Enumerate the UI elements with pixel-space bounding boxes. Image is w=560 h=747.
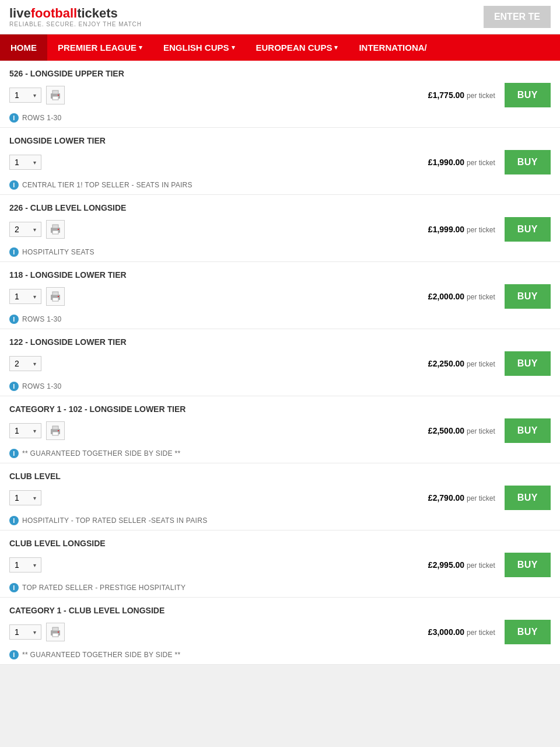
listings-container: 526 - LONGSIDE UPPER TIER 1 ▾ £1,775 xyxy=(0,61,560,665)
quantity-select[interactable]: 1 ▾ xyxy=(9,624,41,640)
ticket-left: 1 ▾ xyxy=(9,623,65,641)
ticket-left: 1 ▾ xyxy=(9,86,65,104)
buy-button[interactable]: BUY xyxy=(505,486,551,510)
price: £1,775.00 per ticket xyxy=(428,90,495,100)
buy-button[interactable]: BUY xyxy=(505,150,551,174)
ticket-row: 1 ▾ £1,990.00 per ticket BUY xyxy=(9,150,551,174)
ticket-row: 2 ▾ £1,999.00 per ticket BUY xyxy=(9,217,551,242)
main-nav: HOME PREMIER LEAGUE ▾ ENGLISH CUPS ▾ EUR… xyxy=(0,34,560,61)
info-row: i Hospitality - Top Rated Seller -Seats … xyxy=(9,514,551,526)
chevron-down-icon: ▾ xyxy=(232,44,235,51)
logo: livefootballtickets RELIABLE. SECURE. EN… xyxy=(9,6,142,27)
nav-english-cups[interactable]: ENGLISH CUPS ▾ xyxy=(153,34,246,61)
logo-tickets: tickets xyxy=(77,6,118,20)
ticket-group-8: CLUB LEVEL LONGSIDE 1 ▾ £2,995.00 per ti… xyxy=(0,530,560,598)
section-title: CATEGORY 1 - CLUB LEVEL LONGSIDE xyxy=(9,606,551,615)
svg-rect-14 xyxy=(52,432,58,435)
svg-rect-18 xyxy=(52,633,58,637)
price: £1,999.00 per ticket xyxy=(428,225,495,234)
ticket-right: £2,790.00 per ticket BUY xyxy=(428,486,551,510)
per-ticket-label: per ticket xyxy=(467,360,495,368)
chevron-down-icon: ▾ xyxy=(33,629,36,636)
qty-value: 1 xyxy=(15,426,19,435)
per-ticket-label: per ticket xyxy=(467,92,495,100)
print-icon[interactable] xyxy=(46,220,65,239)
ticket-group-1: 526 - LONGSIDE UPPER TIER 1 ▾ £1,775 xyxy=(0,61,560,128)
quantity-select[interactable]: 1 ▾ xyxy=(9,155,41,170)
info-row: i ROWS 1-30 xyxy=(9,312,551,325)
info-text: ROWS 1-30 xyxy=(22,315,61,323)
nav-home[interactable]: HOME xyxy=(0,34,47,61)
print-icon[interactable] xyxy=(46,287,65,306)
ticket-left: 1 ▾ xyxy=(9,421,65,440)
chevron-down-icon: ▾ xyxy=(33,562,36,568)
section-title: 226 - CLUB LEVEL LONGSIDE xyxy=(9,203,551,212)
svg-point-3 xyxy=(58,95,59,96)
enter-button[interactable]: ENTER TE xyxy=(484,6,551,28)
print-icon[interactable] xyxy=(46,421,65,440)
ticket-row: 1 ▾ £3,000.00 per ticket BUY xyxy=(9,620,551,644)
qty-value: 1 xyxy=(15,493,19,502)
ticket-row: 1 ▾ £2,790.00 per ticket BUY xyxy=(9,486,551,510)
ticket-row: 1 ▾ £1,775.00 per ticket BUY xyxy=(9,83,551,107)
buy-button[interactable]: BUY xyxy=(505,351,551,376)
logo-live: live xyxy=(9,6,31,20)
quantity-select[interactable]: 1 ▾ xyxy=(9,289,41,304)
ticket-row: 1 ▾ £2,995.00 per ticket BUY xyxy=(9,553,551,577)
info-text: CENTRAL TIER 1! TOP Seller - seats in pa… xyxy=(22,181,192,189)
quantity-select[interactable]: 1 ▾ xyxy=(9,490,41,505)
quantity-select[interactable]: 1 ▾ xyxy=(9,88,41,103)
quantity-select[interactable]: 2 ▾ xyxy=(9,356,41,371)
svg-rect-10 xyxy=(52,298,58,301)
quantity-select[interactable]: 1 ▾ xyxy=(9,557,41,573)
info-text: Hospitality - Top Rated Seller -Seats in… xyxy=(22,516,207,525)
print-icon[interactable] xyxy=(46,86,65,104)
svg-rect-13 xyxy=(52,426,58,430)
svg-rect-5 xyxy=(52,225,58,228)
ticket-group-6: CATEGORY 1 - 102 - LONGSIDE LOWER TIER 1… xyxy=(0,396,560,463)
buy-button[interactable]: BUY xyxy=(505,217,551,242)
per-ticket-label: per ticket xyxy=(467,561,495,570)
info-text: HOSPITALITY SEATS xyxy=(22,248,94,256)
ticket-group-9: CATEGORY 1 - CLUB LEVEL LONGSIDE 1 ▾ xyxy=(0,598,560,665)
section-title: 118 - LONGSIDE LOWER TIER xyxy=(9,270,551,280)
per-ticket-label: per ticket xyxy=(467,159,495,167)
price: £3,000.00 per ticket xyxy=(428,627,495,637)
nav-european-cups[interactable]: EUROPEAN CUPS ▾ xyxy=(246,34,349,61)
info-row: i CENTRAL TIER 1! TOP Seller - seats in … xyxy=(9,178,551,191)
qty-value: 1 xyxy=(15,158,19,167)
printer-svg xyxy=(50,224,61,235)
buy-button[interactable]: BUY xyxy=(505,620,551,644)
info-text: Rows 1-30 xyxy=(22,382,61,390)
info-icon: i xyxy=(9,315,19,324)
print-icon[interactable] xyxy=(46,623,65,641)
quantity-select[interactable]: 2 ▾ xyxy=(9,222,41,237)
buy-button[interactable]: BUY xyxy=(505,83,551,107)
svg-rect-17 xyxy=(52,627,58,631)
buy-button[interactable]: BUY xyxy=(505,553,551,577)
chevron-down-icon: ▾ xyxy=(33,428,36,434)
svg-point-15 xyxy=(58,430,59,431)
per-ticket-label: per ticket xyxy=(467,427,495,435)
site-header: livefootballtickets RELIABLE. SECURE. EN… xyxy=(0,0,560,34)
ticket-row: 1 ▾ £2,500.00 per ticket BUY xyxy=(9,418,551,443)
nav-premier-league[interactable]: PREMIER LEAGUE ▾ xyxy=(47,34,153,61)
section-title: LONGSIDE LOWER TIER xyxy=(9,136,551,145)
info-text: ROWS 1-30 xyxy=(22,114,61,122)
ticket-right: £2,000.00 per ticket BUY xyxy=(428,284,551,309)
nav-international[interactable]: INTERNATIONA/ xyxy=(348,34,437,61)
per-ticket-label: per ticket xyxy=(467,629,495,637)
qty-value: 1 xyxy=(15,292,19,301)
buy-button[interactable]: BUY xyxy=(505,284,551,309)
quantity-select[interactable]: 1 ▾ xyxy=(9,423,41,438)
svg-rect-9 xyxy=(52,292,58,295)
per-ticket-label: per ticket xyxy=(467,293,495,301)
ticket-group-2: LONGSIDE LOWER TIER 1 ▾ £1,990.00 per ti… xyxy=(0,128,560,195)
info-row: i ** Guaranteed Together Side by Side ** xyxy=(9,446,551,459)
qty-value: 1 xyxy=(15,560,19,570)
printer-svg xyxy=(50,425,61,436)
chevron-down-icon: ▾ xyxy=(334,44,338,51)
buy-button[interactable]: BUY xyxy=(505,418,551,443)
section-title: CLUB LEVEL LONGSIDE xyxy=(9,539,551,548)
ticket-left: 2 ▾ xyxy=(9,356,41,371)
